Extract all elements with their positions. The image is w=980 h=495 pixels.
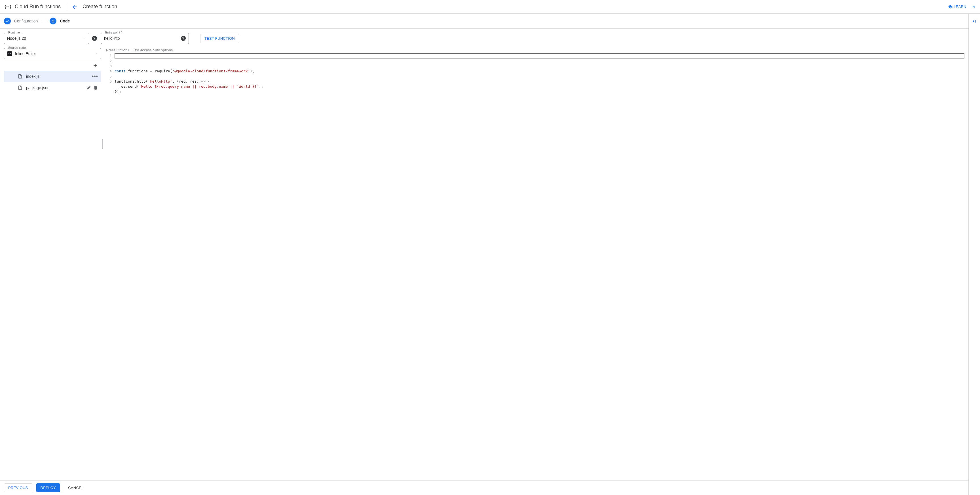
code-line[interactable]: }); — [115, 89, 964, 94]
file-icon — [18, 74, 23, 79]
step-1-label[interactable]: Configuration — [14, 19, 38, 23]
back-arrow-icon[interactable] — [71, 3, 78, 10]
step-2-badge[interactable]: 2 — [49, 18, 56, 24]
check-icon — [5, 19, 10, 23]
learn-button[interactable]: LEARN — [948, 5, 966, 9]
source-code-value: Inline Editor — [15, 51, 36, 56]
code-lines[interactable]: const functions = require('@google-cloud… — [115, 53, 964, 480]
code-line[interactable]: functions.http('helloHttp', (req, res) =… — [115, 79, 964, 84]
stepper: Configuration 2 Code — [0, 14, 968, 29]
current-line-highlight — [115, 53, 964, 59]
learn-label: LEARN — [954, 5, 966, 9]
code-line[interactable] — [115, 74, 964, 79]
previous-button[interactable]: PREVIOUS — [4, 483, 32, 492]
source-code-label: Source code — [7, 46, 27, 50]
svg-point-1 — [7, 6, 8, 7]
kebab-icon[interactable]: ••• — [92, 73, 98, 80]
entry-point-input-wrap: Entry point * ? — [101, 33, 189, 44]
edit-icon[interactable] — [86, 85, 91, 90]
code-editor[interactable]: 123456 const functions = require('@googl… — [104, 53, 964, 480]
code-line[interactable]: const functions = require('@google-cloud… — [115, 69, 964, 74]
chevron-down-icon — [94, 51, 98, 56]
runtime-value: Node.js 20 — [7, 36, 83, 41]
entry-point-input[interactable] — [104, 36, 181, 41]
file-icon — [18, 85, 23, 90]
deploy-button[interactable]: DEPLOY — [36, 483, 60, 492]
delete-icon[interactable] — [93, 85, 98, 90]
line-gutter: 123456 — [104, 53, 115, 480]
code-icon — [7, 51, 12, 56]
code-line[interactable] — [115, 94, 964, 99]
editor-pane: Press Option+F1 for accessibility option… — [104, 48, 968, 480]
accessibility-hint: Press Option+F1 for accessibility option… — [106, 48, 964, 52]
step-separator — [41, 21, 46, 21]
file-list: index.js•••package.json — [4, 71, 101, 93]
collapse-panel-icon[interactable] — [970, 3, 977, 10]
file-actions: ••• — [92, 73, 98, 80]
entry-point-help-icon[interactable]: ? — [181, 36, 186, 41]
right-rail — [969, 14, 980, 495]
vertical-splitter[interactable] — [101, 48, 104, 480]
header-divider — [66, 3, 66, 11]
svg-point-0 — [6, 6, 7, 7]
plus-icon — [92, 63, 98, 69]
cancel-button[interactable]: CANCEL — [64, 484, 88, 492]
step-2-label[interactable]: Code — [60, 19, 70, 23]
runtime-label: Runtime — [7, 31, 21, 34]
file-item[interactable]: package.json — [4, 82, 101, 93]
header: Cloud Run functions Create function LEAR… — [0, 0, 980, 14]
footer: PREVIOUS DEPLOY CANCEL — [0, 480, 968, 495]
svg-point-2 — [8, 6, 10, 7]
controls-row: Runtime Node.js 20 ? Entry point * ? — [0, 29, 968, 44]
product-name[interactable]: Cloud Run functions — [15, 4, 61, 10]
page-title: Create function — [83, 4, 117, 10]
left-pane: Source code Inline Editor — [4, 48, 101, 480]
file-item[interactable]: index.js••• — [4, 71, 101, 82]
graduation-cap-icon — [948, 5, 953, 9]
runtime-help-icon[interactable]: ? — [92, 36, 97, 41]
cloud-functions-icon — [4, 3, 12, 11]
file-name: package.json — [26, 85, 86, 90]
add-file-button[interactable] — [91, 62, 99, 70]
code-line[interactable]: res.send(`Hello ${req.query.name || req.… — [115, 84, 964, 89]
runtime-select[interactable]: Runtime Node.js 20 — [4, 33, 89, 44]
source-code-select[interactable]: Source code Inline Editor — [4, 48, 101, 59]
chevron-down-icon — [83, 36, 86, 41]
expand-panel-icon[interactable] — [972, 19, 977, 25]
step-1-badge[interactable] — [4, 18, 11, 24]
entry-point-label: Entry point * — [104, 31, 123, 34]
file-name: index.js — [26, 74, 92, 78]
test-function-button[interactable]: TEST FUNCTION — [200, 34, 239, 43]
file-actions — [86, 85, 98, 90]
